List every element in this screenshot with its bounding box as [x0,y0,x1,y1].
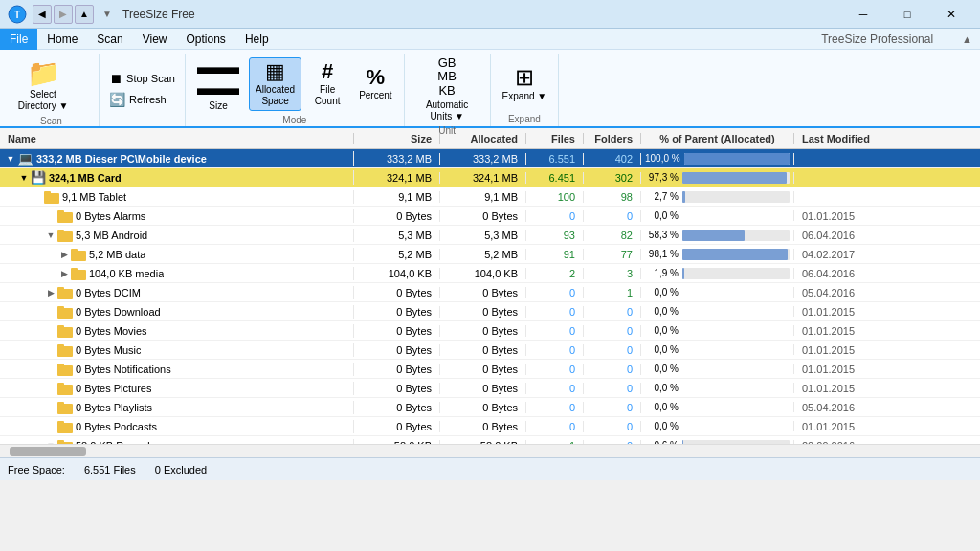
tree-expander[interactable]: ▼ [17,173,31,183]
percent-button[interactable]: % Percent [353,64,397,104]
app-icon: T [8,5,27,24]
pct-bar-fill [682,440,683,445]
menu-options[interactable]: Options [177,29,235,50]
col-header-allocated[interactable]: Allocated [440,133,526,144]
statusbar: Free Space: 6.551 Files 0 Excluded [0,457,980,480]
table-row[interactable]: ▼5,3 MB Android5,3 MB5,3 MB938258,3 %06.… [0,226,980,245]
row-size-cell: 5,3 MB [354,230,440,241]
row-name-cell: ▼58,0 KB Recorders [0,439,354,445]
row-files-cell: 0 [526,383,584,394]
row-name-text: 0 Bytes Movies [76,325,147,337]
row-pct-cell: 0,0 % [641,210,794,221]
pct-text: 0,0 % [645,287,679,298]
tree-expander[interactable]: ▼ [44,441,57,445]
menu-file[interactable]: File [0,29,37,50]
titlebar: T ◀ ▶ ▲ ▼ TreeSize Free ─ □ ✕ [0,0,980,29]
refresh-icon: 🔄 [109,92,125,107]
row-alloc-cell: 324,1 MB [440,172,526,184]
table-row[interactable]: ▼58,0 KB Recorders58,0 KB58,0 KB100,6 %2… [0,436,980,444]
col-header-name[interactable]: Name [0,133,354,144]
row-size-cell: 0 Bytes [354,325,440,337]
menu-scan[interactable]: Scan [87,29,132,50]
quick-access-button[interactable]: ▼ [100,7,115,22]
menu-home[interactable]: Home [37,29,87,50]
col-header-size[interactable]: Size [354,133,440,144]
hscroll-thumb[interactable] [10,447,86,456]
tree-expander[interactable]: ▼ [44,231,57,240]
table-row[interactable]: 0 Bytes Podcasts0 Bytes0 Bytes000,0 %01.… [0,417,980,436]
row-folders-cell: 402 [584,153,641,165]
col-header-modified[interactable]: Last Modified [794,133,980,144]
folder-icon [57,382,73,395]
menu-collapse-icon[interactable]: ▲ [962,33,972,45]
row-size-cell: 0 Bytes [354,306,440,318]
pct-text: 98,1 % [645,249,679,259]
table-row[interactable]: 0 Bytes Music0 Bytes0 Bytes000,0 %01.01.… [0,341,980,360]
table-row[interactable]: ▶0 Bytes DCIM0 Bytes0 Bytes010,0 %05.04.… [0,283,980,302]
horizontal-scrollbar[interactable] [0,444,980,457]
maximize-button[interactable]: □ [886,0,928,29]
row-files-cell: 91 [526,249,584,260]
row-name-text: 0 Bytes DCIM [76,287,141,298]
svg-rect-29 [57,440,64,444]
table-row[interactable]: ▶104,0 KB media104,0 KB104,0 KB231,9 %06… [0,264,980,283]
automatic-units-button[interactable]: GBMBKB AutomaticUnits ▼ [420,54,474,125]
pct-text: 0,0 % [645,383,679,393]
row-size-cell: 9,1 MB [354,191,440,203]
pct-bar-fill [682,249,788,260]
ribbon-group-scanctrl: ⏹ Stop Scan 🔄 Refresh [100,54,186,126]
device-icon: 💻 [17,151,33,166]
nav-forward-button[interactable]: ▶ [54,5,73,24]
row-name-text: 0 Bytes Pictures [76,383,151,394]
row-size-cell: 0 Bytes [354,344,440,356]
col-header-folders[interactable]: Folders [584,133,641,144]
tree-expander[interactable]: ▼ [4,154,17,164]
expand-button[interactable]: ⊞ Expand ▼ [497,63,553,105]
nav-back-button[interactable]: ◀ [33,5,52,24]
table-row[interactable]: 0 Bytes Notifications0 Bytes0 Bytes000,0… [0,360,980,379]
close-button[interactable]: ✕ [930,0,972,29]
table-row[interactable]: 0 Bytes Movies0 Bytes0 Bytes000,0 %01.01… [0,321,980,341]
svg-rect-19 [57,344,64,348]
row-files-cell: 0 [526,421,584,432]
treesize-professional[interactable]: TreeSize Professional [821,33,933,46]
table-row[interactable]: 0 Bytes Playlists0 Bytes0 Bytes000,0 %05… [0,398,980,417]
row-alloc-cell: 0 Bytes [440,421,526,432]
row-pct-cell: 0,6 % [641,440,794,445]
row-name-text: 0 Bytes Download [76,306,161,318]
allocated-space-button[interactable]: ▦ AllocatedSpace [249,57,301,111]
table-row[interactable]: ▶5,2 MB data5,2 MB5,2 MB917798,1 %04.02.… [0,245,980,264]
row-files-cell: 0 [526,325,584,337]
row-folders-cell: 0 [584,344,641,356]
ribbon-group-scan-label: Scan [40,116,62,128]
tree-view[interactable]: ▼💻333,2 MB Dieser PC\Mobile device333,2 … [0,149,980,444]
select-directory-button[interactable]: 📁 SelectDirectory ▼ [10,54,77,116]
tree-expander[interactable]: ▶ [57,269,71,278]
minimize-button[interactable]: ─ [842,0,884,29]
table-row[interactable]: 9,1 MB Tablet9,1 MB9,1 MB100982,7 % [0,187,980,207]
row-pct-cell: 58,3 % [641,230,794,241]
refresh-button[interactable]: 🔄 Refresh [105,90,179,109]
table-row[interactable]: 0 Bytes Alarms0 Bytes0 Bytes000,0 %01.01… [0,207,980,226]
table-row[interactable]: 0 Bytes Pictures0 Bytes0 Bytes000,0 %01.… [0,379,980,398]
pct-bar-fill [684,153,790,165]
folder-icon [57,209,73,223]
tree-expander[interactable]: ▶ [57,250,71,259]
nav-up-button[interactable]: ▲ [75,5,94,24]
pct-text: 0,0 % [645,421,679,431]
col-header-files[interactable]: Files [526,133,584,144]
menu-view[interactable]: View [133,29,177,50]
table-row[interactable]: ▼💾324,1 MB Card324,1 MB324,1 MB6.4513029… [0,168,980,187]
stop-scan-button[interactable]: ⏹ Stop Scan [105,69,179,88]
size-button[interactable]: ▬▬▬▬ Size [191,54,245,115]
col-header-pct[interactable]: % of Parent (Allocated) [641,133,794,144]
tree-expander[interactable]: ▶ [44,288,57,298]
table-row[interactable]: 0 Bytes Download0 Bytes0 Bytes000,0 %01.… [0,302,980,321]
menu-help[interactable]: Help [235,29,278,50]
row-alloc-cell: 9,1 MB [440,191,526,203]
row-name-cell: 9,1 MB Tablet [0,190,354,204]
row-size-cell: 0 Bytes [354,383,440,394]
table-row[interactable]: ▼💻333,2 MB Dieser PC\Mobile device333,2 … [0,149,980,168]
pct-text: 97,3 % [645,172,679,183]
file-count-button[interactable]: # FileCount [305,58,349,110]
